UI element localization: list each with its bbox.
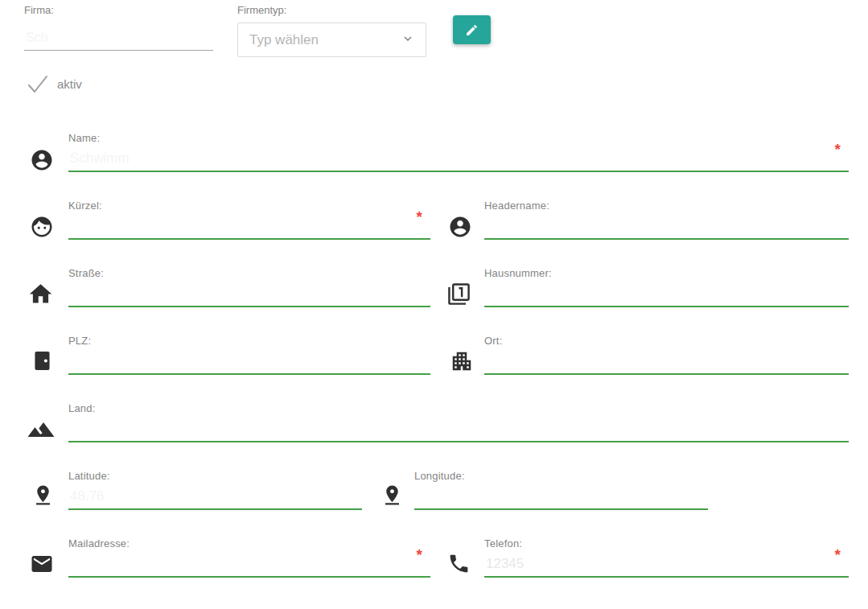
- account-circle-icon: [448, 215, 472, 239]
- headername-label: Headername:: [484, 200, 849, 212]
- field-strasse: Straße:: [68, 267, 430, 307]
- firma-value: Sch: [26, 31, 48, 45]
- field-kuerzel: Kürzel: *: [68, 200, 430, 240]
- field-telefon: Telefon: 12345 *: [484, 537, 849, 578]
- terrain-icon: [27, 415, 56, 444]
- edit-button[interactable]: [453, 15, 491, 44]
- building-icon: [450, 349, 474, 373]
- phone-icon: [447, 552, 471, 575]
- field-land: Land:: [68, 402, 849, 442]
- field-ort: Ort:: [484, 335, 849, 375]
- firmentyp-select[interactable]: Typ wählen: [237, 23, 426, 57]
- telefon-input[interactable]: 12345: [484, 552, 849, 578]
- mailadresse-label: Mailadresse:: [68, 537, 430, 549]
- latitude-input[interactable]: 48.76: [68, 484, 362, 510]
- account-circle-icon: [30, 148, 54, 172]
- headername-input[interactable]: [484, 214, 849, 240]
- name-label: Name:: [68, 132, 849, 144]
- plz-input[interactable]: [68, 349, 430, 375]
- filter-1-icon: [447, 282, 471, 306]
- pin-drop-icon: [31, 483, 55, 507]
- strasse-input[interactable]: [68, 282, 430, 307]
- kuerzel-label: Kürzel:: [68, 200, 430, 212]
- field-mailadresse: Mailadresse: *: [68, 537, 430, 578]
- longitude-label: Longitude:: [414, 470, 708, 482]
- firmentyp-label: Firmentyp:: [237, 4, 286, 16]
- name-value: Schwimm: [70, 150, 130, 167]
- required-marker: *: [417, 209, 422, 224]
- aktiv-label: aktiv: [57, 77, 82, 91]
- ort-input[interactable]: [484, 349, 849, 375]
- chevron-down-icon: [401, 32, 414, 48]
- telefon-value: 12345: [486, 556, 524, 572]
- field-longitude: Longitude:: [414, 470, 708, 510]
- required-marker: *: [835, 547, 841, 562]
- strasse-label: Straße:: [68, 267, 430, 279]
- hausnummer-label: Hausnummer:: [484, 267, 849, 279]
- mailadresse-input[interactable]: [68, 552, 430, 578]
- land-input[interactable]: [68, 417, 849, 442]
- pencil-icon: [465, 23, 479, 37]
- kuerzel-input[interactable]: [68, 214, 430, 240]
- name-input[interactable]: Schwimm: [68, 146, 849, 172]
- firma-input[interactable]: Sch: [24, 23, 213, 51]
- required-marker: *: [417, 547, 422, 562]
- latitude-value: 48.76: [70, 488, 105, 504]
- face-icon: [30, 215, 54, 239]
- telefon-label: Telefon:: [484, 537, 849, 549]
- field-name: Name: Schwimm *: [68, 132, 849, 172]
- ort-label: Ort:: [484, 335, 849, 347]
- plz-label: PLZ:: [68, 335, 430, 347]
- field-latitude: Latitude: 48.76: [68, 470, 362, 510]
- required-marker: *: [835, 142, 841, 157]
- pin-drop-icon: [381, 483, 404, 507]
- longitude-input[interactable]: [414, 484, 708, 510]
- firmentyp-selected-value: Typ wählen: [249, 32, 401, 48]
- field-hausnummer: Hausnummer:: [484, 267, 849, 307]
- company-form-page: Firma: Sch Firmentyp: Typ wählen aktiv: [0, 0, 868, 609]
- land-label: Land:: [68, 402, 849, 414]
- firma-label: Firma:: [24, 4, 54, 16]
- home-icon: [27, 281, 54, 307]
- field-headername: Headername:: [484, 200, 849, 240]
- mail-icon: [30, 552, 54, 576]
- hausnummer-input[interactable]: [484, 282, 849, 307]
- aktiv-checkmark-icon[interactable]: [26, 73, 50, 96]
- door-icon: [31, 348, 54, 373]
- latitude-label: Latitude:: [68, 470, 362, 482]
- field-plz: PLZ:: [68, 335, 430, 375]
